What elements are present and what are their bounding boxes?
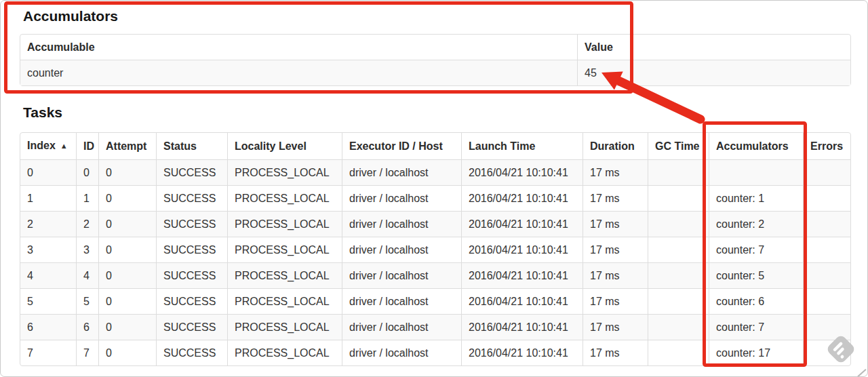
cell-accumulators: counter: 7 <box>709 237 803 262</box>
cell-locality-level: PROCESS_LOCAL <box>227 288 342 314</box>
cell-attempt: 0 <box>98 159 156 185</box>
cell-launch-time: 2016/04/21 10:10:41 <box>461 159 583 185</box>
cell-accumulators: counter: 2 <box>709 211 803 237</box>
cell-locality-level: PROCESS_LOCAL <box>227 340 342 365</box>
cell-attempt: 0 <box>98 237 156 262</box>
cell-attempt: 0 <box>98 185 156 211</box>
column-header-index[interactable]: Index▲ <box>20 133 76 159</box>
task-row: 110SUCCESSPROCESS_LOCALdriver / localhos… <box>20 185 850 211</box>
cell-index: 1 <box>20 185 76 211</box>
column-header-status[interactable]: Status <box>156 133 227 159</box>
cell-attempt: 0 <box>98 262 156 288</box>
cell-status: SUCCESS <box>156 159 227 185</box>
cell-errors <box>803 211 850 237</box>
column-header-launch-time[interactable]: Launch Time <box>461 133 583 159</box>
cell-attempt: 0 <box>98 314 156 340</box>
cell-status: SUCCESS <box>156 237 227 262</box>
cell-executor-id-host: driver / localhost <box>342 340 461 365</box>
cell-status: SUCCESS <box>156 288 227 314</box>
column-header-duration[interactable]: Duration <box>583 133 648 159</box>
task-row: 550SUCCESSPROCESS_LOCALdriver / localhos… <box>20 288 850 314</box>
cell-status: SUCCESS <box>156 262 227 288</box>
cell-executor-id-host: driver / localhost <box>342 159 461 185</box>
sort-ascending-icon[interactable]: ▲ <box>60 142 68 150</box>
cell-executor-id-host: driver / localhost <box>342 288 461 314</box>
cell-id: 3 <box>76 237 98 262</box>
column-header-index-label: Index <box>27 140 56 151</box>
cell-launch-time: 2016/04/21 10:10:41 <box>461 340 583 365</box>
cell-errors <box>803 262 850 288</box>
cell-attempt: 0 <box>98 288 156 314</box>
column-header-errors[interactable]: Errors <box>803 133 850 159</box>
cell-executor-id-host: driver / localhost <box>342 211 461 237</box>
cell-locality-level: PROCESS_LOCAL <box>227 262 342 288</box>
accumulators-table: Accumulable Value counter 45 <box>20 34 851 86</box>
cell-gc-time <box>648 340 709 365</box>
cell-launch-time: 2016/04/21 10:10:41 <box>461 288 583 314</box>
cell-index: 6 <box>20 314 76 340</box>
cell-accumulators: counter: 1 <box>709 185 803 211</box>
task-row: 660SUCCESSPROCESS_LOCALdriver / localhos… <box>20 314 850 340</box>
task-row: 220SUCCESSPROCESS_LOCALdriver / localhos… <box>20 211 850 237</box>
cell-duration: 17 ms <box>583 159 648 185</box>
cell-launch-time: 2016/04/21 10:10:41 <box>461 262 583 288</box>
page-content: Accumulators Accumulable Value counter 4… <box>1 1 867 366</box>
page-frame: Accumulators Accumulable Value counter 4… <box>0 0 868 377</box>
cell-id: 5 <box>76 288 98 314</box>
cell-duration: 17 ms <box>583 237 648 262</box>
cell-duration: 17 ms <box>583 211 648 237</box>
cell-launch-time: 2016/04/21 10:10:41 <box>461 237 583 262</box>
cell-status: SUCCESS <box>156 340 227 365</box>
column-header-accumulable[interactable]: Accumulable <box>20 35 577 60</box>
cell-errors <box>803 314 850 340</box>
cell-gc-time <box>648 185 709 211</box>
column-header-attempt[interactable]: Attempt <box>98 133 156 159</box>
cell-gc-time <box>648 314 709 340</box>
accumulator-row: counter 45 <box>20 60 850 85</box>
cell-errors <box>803 159 850 185</box>
cell-gc-time <box>648 288 709 314</box>
cell-id: 7 <box>76 340 98 365</box>
cell-launch-time: 2016/04/21 10:10:41 <box>461 314 583 340</box>
column-header-locality-level[interactable]: Locality Level <box>227 133 342 159</box>
cell-locality-level: PROCESS_LOCAL <box>227 211 342 237</box>
cell-index: 7 <box>20 340 76 365</box>
cell-attempt: 0 <box>98 211 156 237</box>
cell-status: SUCCESS <box>156 314 227 340</box>
tasks-table: Index▲ ID Attempt Status Locality Level … <box>20 132 851 366</box>
cell-accumulable-name: counter <box>20 60 577 85</box>
cell-gc-time <box>648 159 709 185</box>
cell-accumulators <box>709 159 803 185</box>
tasks-heading: Tasks <box>23 105 848 120</box>
cell-accumulators: counter: 6 <box>709 288 803 314</box>
cell-status: SUCCESS <box>156 211 227 237</box>
cell-duration: 17 ms <box>583 185 648 211</box>
cell-id: 6 <box>76 314 98 340</box>
cell-errors <box>803 340 850 365</box>
cell-attempt: 0 <box>98 340 156 365</box>
column-header-id[interactable]: ID <box>76 133 98 159</box>
cell-id: 0 <box>76 159 98 185</box>
cell-id: 1 <box>76 185 98 211</box>
cell-index: 3 <box>20 237 76 262</box>
cell-executor-id-host: driver / localhost <box>342 237 461 262</box>
column-header-accumulators[interactable]: Accumulators <box>709 133 803 159</box>
tasks-header-row: Index▲ ID Attempt Status Locality Level … <box>20 133 850 159</box>
cell-index: 5 <box>20 288 76 314</box>
column-header-executor-id-host[interactable]: Executor ID / Host <box>342 133 461 159</box>
cell-accumulators: counter: 7 <box>709 314 803 340</box>
cell-errors <box>803 237 850 262</box>
cell-index: 0 <box>20 159 76 185</box>
task-row: 330SUCCESSPROCESS_LOCALdriver / localhos… <box>20 237 850 262</box>
cell-locality-level: PROCESS_LOCAL <box>227 237 342 262</box>
column-header-gc-time[interactable]: GC Time <box>648 133 709 159</box>
task-row: 440SUCCESSPROCESS_LOCALdriver / localhos… <box>20 262 850 288</box>
cell-gc-time <box>648 262 709 288</box>
cell-index: 4 <box>20 262 76 288</box>
cell-status: SUCCESS <box>156 185 227 211</box>
cell-index: 2 <box>20 211 76 237</box>
column-header-value[interactable]: Value <box>577 35 850 60</box>
cell-accumulators: counter: 17 <box>709 340 803 365</box>
cell-duration: 17 ms <box>583 288 648 314</box>
cell-id: 4 <box>76 262 98 288</box>
